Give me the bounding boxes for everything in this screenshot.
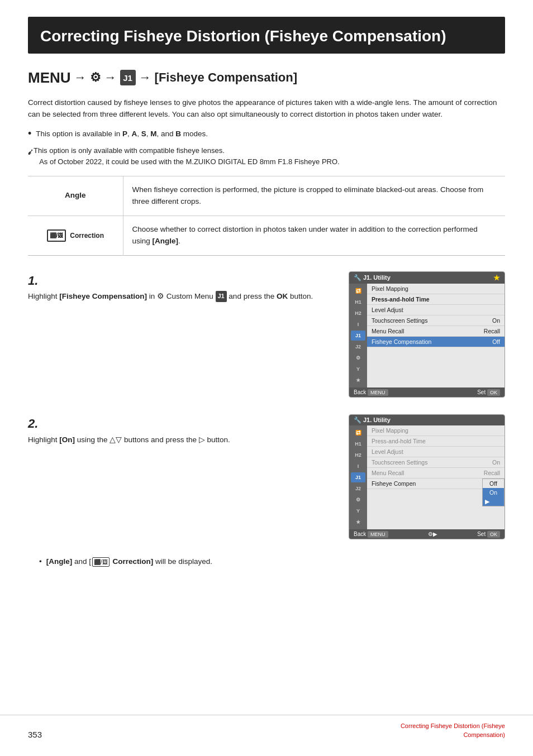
note-block: 𝒾 This option is only available with com… [28,145,505,167]
cam-body-1: 🔁 H1 H2 I J1 J2 ⚙ Y ★ Pixel Ma [349,284,505,387]
cam-title-icon-1: 🔧 [354,274,361,281]
cam-title-icon-2: 🔧 [354,417,361,424]
cam-header-2: 🔧 J1. Utility [349,415,505,425]
cam-icon-2: ⚙▶ [428,531,437,537]
table-row-angle: Angle When fisheye correction is perform… [28,176,505,216]
dropdown-off: Off [483,479,504,488]
cam-footer-2: Back MENU ⚙▶ Set OK [349,529,505,539]
step-1-number: 1. [28,274,38,288]
nav-item-cam1: 🔁 [351,286,365,296]
step-1-left: 1. Highlight [Fisheye Compensation] in ⚙… [28,271,337,303]
nav-item-h1: H1 [351,297,365,307]
cam-set-2: Set OK [477,531,500,537]
correction-icon-inline: ⬛/🖼 [92,557,110,567]
nav2-item-y: Y [351,506,365,516]
nav2-item-star: ★ [351,517,365,527]
nav-item-i: I [351,319,365,329]
intro-text: Correct distortion caused by fisheye len… [28,97,505,121]
j1-box: J1 [120,70,136,85]
correction-text: Correction [70,231,104,241]
nav2-item-cam: 🔁 [351,428,365,438]
cam-menu-recall: Menu RecallRecall [367,326,505,337]
cam-left-nav-2: 🔁 H1 H2 I J1 J2 ⚙ Y ★ [349,425,367,529]
sub-bullet-dot: • [39,556,42,567]
j1-badge-1: J1 [216,291,227,302]
arrow-icon-1: → [74,70,87,85]
sub-bullet: • [Angle] and [⬛/🖼 Correction] will be d… [28,556,505,567]
cam2-menu-press: Press-and-hold Time [367,436,505,447]
step-2-row: 2. Highlight [On] using the △▽ buttons a… [28,414,505,539]
dropdown-arrow: ▶ [483,497,504,506]
page: Correcting Fisheye Distortion (Fisheye C… [0,0,533,756]
nav-item-y: Y [351,364,365,374]
menu-label: MENU [28,69,71,87]
cam-title-label-1: J1. Utility [363,274,391,281]
cam-ui-2: 🔧 J1. Utility 🔁 H1 H2 I J1 J2 ⚙ [349,414,505,539]
cam-menu-btn-1: MENU [368,389,388,396]
bullet-dot-1: • [28,128,31,140]
step-1-header: 1. [28,274,337,288]
cam-ui-1: 🔧 J1. Utility ★ 🔁 H1 H2 I J1 J2 [349,271,505,398]
cam-ok-btn-1: OK [487,389,500,396]
arrow-icon-2: → [104,70,117,85]
cam2-menu-touch: Touchscreen SettingsOn [367,457,505,468]
nav-item-j1: J1 [351,331,365,341]
cam-back-2: Back MENU [354,531,388,537]
step-2-number: 2. [28,417,38,430]
nav2-item-gear: ⚙ [351,495,365,505]
table-cell-correction-desc: Choose whether to correct distortion in … [123,216,505,255]
underwater-icon: ⬛/🖼 [47,229,66,242]
arrow-icon-3: → [139,70,151,85]
dropdown-2: Off On ▶ [482,479,505,506]
step-2-right: 🔧 J1. Utility 🔁 H1 H2 I J1 J2 ⚙ [349,414,505,539]
table-cell-angle-label: Angle [28,176,123,216]
cam-menu-btn-2: MENU [368,531,388,538]
cam-title-label-2: J1. Utility [363,417,391,423]
cam2-menu-pixel: Pixel Mapping [367,425,505,436]
cam-menu-touchscreen: Touchscreen SettingsOn [367,315,505,326]
bullet-modes-text: This option is available in P, A, S, M, … [36,128,208,140]
cam-star-1: ★ [493,274,500,282]
menu-nav: MENU → ⚙ → J1 → [Fisheye Compensation] [28,69,505,87]
info-icon: 𝒾 [28,146,30,159]
cam-header-text-1: 🔧 J1. Utility [354,274,391,281]
cam-menu-area-1: Pixel Mapping Press-and-hold Time Level … [367,284,505,387]
gear-icon: ⚙ [90,70,101,85]
bullet-modes: • This option is available in P, A, S, M… [28,128,505,140]
dropdown-on: On [483,488,504,497]
sub-bullet-text: [Angle] and [⬛/🖼 Correction] will be dis… [46,556,212,567]
cam2-menu-recall: Menu RecallRecall [367,468,505,479]
footer-title: Correcting Fisheye Distortion (Fisheye C… [393,722,505,739]
step-1-text: Highlight [Fisheye Compensation] in ⚙ Cu… [28,290,337,303]
fisheye-compensation-label: [Fisheye Compensation] [155,70,297,85]
cam-menu-area-2: Pixel Mapping Press-and-hold Time Level … [367,425,505,529]
note-text: This option is only available with compa… [34,145,340,167]
nav2-item-i: I [351,461,365,471]
cam-back-1: Back MENU [354,389,388,395]
step-2-left: 2. Highlight [On] using the △▽ buttons a… [28,414,337,446]
correction-icon-group: ⬛/🖼 Correction [47,229,104,242]
steps-container: 1. Highlight [Fisheye Compensation] in ⚙… [28,271,505,567]
cam-menu-fisheye: Fisheye CompensationOff [367,337,505,347]
step-1-row: 1. Highlight [Fisheye Compensation] in ⚙… [28,271,505,398]
page-title: Correcting Fisheye Distortion (Fisheye C… [40,27,493,46]
step-2-header: 2. [28,417,337,431]
feature-table: Angle When fisheye correction is perform… [28,176,505,256]
cam-left-nav-1: 🔁 H1 H2 I J1 J2 ⚙ Y ★ [349,284,367,387]
nav2-item-j2: J2 [351,484,365,494]
cam-menu-level-adjust: Level Adjust [367,305,505,315]
nav-item-star: ★ [351,375,365,385]
step-2-text: Highlight [On] using the △▽ buttons and … [28,433,337,446]
nav2-item-h2: H2 [351,450,365,460]
cam-body-2: 🔁 H1 H2 I J1 J2 ⚙ Y ★ Pixel Ma [349,425,505,529]
cam2-menu-fisheye: Fisheye Compen Off On ▶ [367,479,505,489]
cam-set-1: Set OK [477,389,500,395]
page-number: 353 [28,730,42,739]
table-row-correction: ⬛/🖼 Correction Choose whether to correct… [28,216,505,255]
cam-header-1: 🔧 J1. Utility ★ [349,272,505,284]
step-1-right: 🔧 J1. Utility ★ 🔁 H1 H2 I J1 J2 [349,271,505,398]
cam-ok-btn-2: OK [487,531,500,538]
cam-header-text-2: 🔧 J1. Utility [354,417,391,424]
cam-menu-press-hold: Press-and-hold Time [367,294,505,305]
cam-menu-pixel-mapping: Pixel Mapping [367,284,505,294]
